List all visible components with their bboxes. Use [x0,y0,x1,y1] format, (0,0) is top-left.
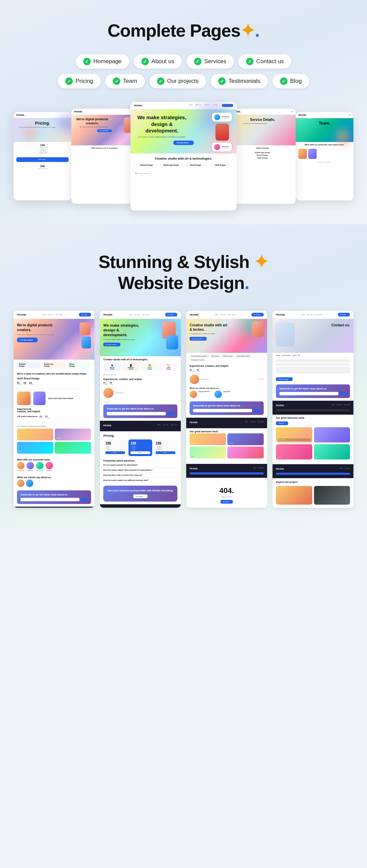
preview-logo-contact: Hexlab. [276,313,285,316]
badge-label: Testimonials [228,78,260,85]
testimonial-avatar-2 [26,480,33,487]
footer-services: Hexlab. About Use case Get in touch [186,418,267,428]
footer-home: Hexlab. Brand your innovative technology… [14,507,94,508]
contact-email-input[interactable] [279,392,338,395]
stunning-title-line1: Stunning & Stylish [99,252,249,272]
mini-cta-btn: Let's talk → [222,104,233,107]
check-icon: ✓ [280,77,287,85]
portfolio-item-2: Granger [55,429,91,440]
page-preview-contact: Hexlab. About Use case Get in touch Let'… [273,311,353,508]
stunning-title-line2: Website Design [118,273,244,293]
stat-2: 02 creative [23,382,27,385]
subscribe-submit-btn[interactable] [81,498,88,501]
stats-row: 01 it's helpful 02 creative 03 it's help… [14,380,94,387]
preview-cta-home[interactable]: Let's talk → [79,313,91,317]
nav-get-in-touch: Get in touch [55,314,63,315]
awesome-work-btn[interactable]: View all → [276,421,288,425]
title-text: Complete Pages [107,21,240,40]
portfolio-item-s4: Finds. [227,447,264,458]
portfolio-item-1: Orange [17,429,53,440]
badge-label: Contact us [256,58,284,65]
preview-cta-about[interactable]: Let's talk → [165,313,177,317]
subscribe-email-input[interactable] [20,498,80,501]
faq-item-3: How long does it take to extract from a … [100,473,181,478]
mini-logo: Hexlab. [16,114,25,116]
nav-use-case: Use case [48,314,54,315]
badge-label: About us [152,58,174,65]
subscribe-title-contact: Subscribe to get the latest news about u… [279,387,347,390]
subscribe-input-row-about [107,412,174,415]
mockup-main-hero: Hexlab. Home About us Services Contact L… [130,102,236,211]
awesome-work-section: Our great awesome work. View all → [273,415,353,426]
mockups-container: Hexlab. ≡ Pricing. From business content… [14,102,353,211]
contact-tab-2[interactable]: Help & Support [282,355,291,356]
badge-pricing[interactable]: ✓ Pricing [58,74,101,88]
mockup-pricing: Hexlab. ≡ Pricing. From business content… [14,112,71,200]
homepage-hero-sub: We're a team of creatives who are excite… [17,334,62,336]
preview-logo-about: Hexlab. [103,313,113,316]
stats-row-2: +36 years experience 02 creative 03 it's… [14,414,94,421]
avatar-scott [36,462,43,469]
nav-about: About [43,314,46,315]
explore-item-2 [314,486,350,505]
form-field-message[interactable] [276,367,350,374]
badge-testimonials[interactable]: ✓ Testimonials [211,74,268,88]
team-row-home: David Snow Sarah Ellis Scott James John … [14,462,94,474]
form-field-name[interactable] [276,359,350,362]
form-submit-btn[interactable]: Send message → [276,377,293,381]
services-email-input[interactable] [193,409,252,412]
badge-projects[interactable]: ✓ Our projects [150,74,206,88]
homepage-hero-btn[interactable]: Let's get started → [17,338,38,342]
badge-label: Blog [290,78,302,85]
about-subscribe-btn[interactable] [167,412,174,415]
testimonials-title: What our clients say about us. [14,474,94,480]
client-avatar-1 [190,391,197,398]
check-icon: ✓ [113,77,120,85]
name-john: John Ellis [47,470,52,471]
check-icon: ✓ [141,58,149,65]
portfolio-3d-2: Dex [314,427,350,442]
name-sarah: Sarah Ellis [28,470,33,471]
badge-blog[interactable]: ✓ Blog [273,74,309,88]
page-preview-services: Hexlab. About Use case Get in touch Let'… [186,311,267,508]
section-creative: We're a team of creatives who are excite… [14,370,94,376]
subscribe-box-services: Subscribe to get the latest news about u… [190,401,264,415]
stunning-dot: . [244,273,249,293]
contact-subscribe-btn[interactable] [340,392,347,395]
creative-team-avatar [103,388,113,398]
person-sarah: Sarah Ellis [27,462,34,471]
badge-services[interactable]: ✓ Services [187,54,234,69]
badge-contact[interactable]: ✓ Contact us [239,54,291,69]
preview-cta-services[interactable]: Let's talk → [251,313,264,317]
name-david: David Snow [18,470,24,471]
page-preview-homepage: Hexlab. About Use case Get in touch Let'… [14,311,94,508]
badge-about[interactable]: ✓ About us [134,54,182,69]
badge-label: Team [123,78,137,85]
contact-tab-3[interactable]: Call Us [293,355,297,356]
pages-grid: Hexlab. About Use case Get in touch Let'… [14,311,353,508]
badge-label: Services [204,58,226,65]
preview-cta-contact[interactable]: Let's talk → [338,313,350,317]
person-david: David Snow [17,462,24,471]
badge-homepage[interactable]: ✓ Homepage [76,54,129,69]
portfolio-3d-3: Granger [276,444,312,459]
services-subscribe-btn[interactable] [254,409,260,412]
about-footer-logo: Hexlab. [103,424,112,427]
name-scott: Scott James [36,470,43,471]
form-field-email[interactable] [276,363,350,366]
portfolio-3d-grid: In-der Tempel Dex Granger [273,426,353,462]
badge-team[interactable]: ✓ Team [105,74,145,88]
client-avatar-2 [214,391,222,398]
stunning-title: Stunning & Stylish ✦ Website Design. [14,251,353,294]
contact-tab-1[interactable]: Contact [276,355,280,356]
footer-about: Hexlab. About Use case Get in touch [100,421,181,431]
404-back-btn[interactable]: Go back → [221,500,233,504]
subscribe-title-home: Subscribe to get the latest news about u… [20,493,88,496]
mockup-homepage: Hexlab. ≡ We're digital products creator… [71,109,137,204]
divider-2 [17,422,91,422]
footer-contact: Hexlab. About Use case Get in touch [273,401,353,415]
avatar-sarah [27,462,34,469]
about-email-input[interactable] [107,412,166,415]
avatar-david [17,462,24,469]
contact-tab-4[interactable]: PR [298,355,300,356]
